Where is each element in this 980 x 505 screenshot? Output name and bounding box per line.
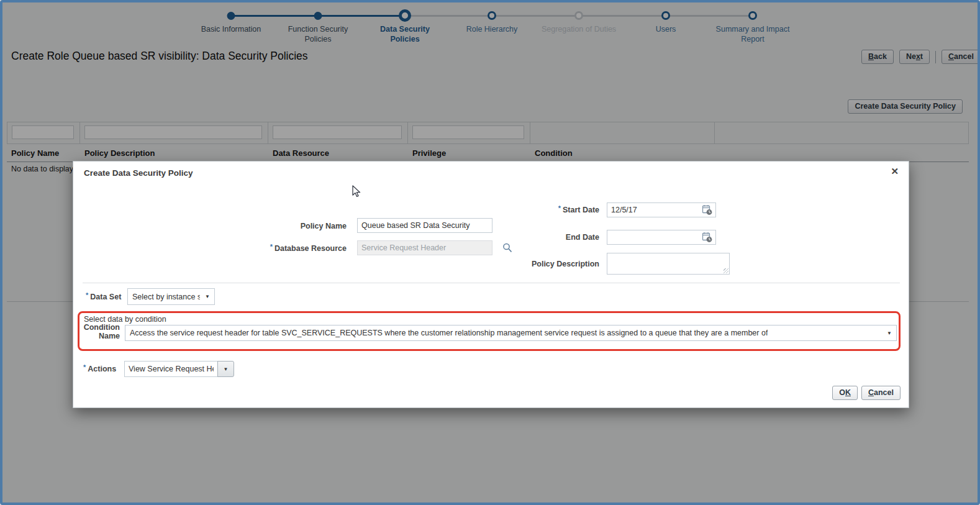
label-text: Start Date xyxy=(563,206,599,214)
required-icon: * xyxy=(86,291,88,299)
label-part: O xyxy=(839,388,845,397)
condition-name-select[interactable]: Access the service request header for ta… xyxy=(125,325,897,341)
label-text: Policy Description xyxy=(532,260,599,268)
label-text: Condition xyxy=(79,323,120,332)
label-text: Name xyxy=(79,332,120,340)
policy-description-textarea[interactable] xyxy=(607,253,730,275)
required-icon: * xyxy=(83,363,86,371)
end-date-label: End Date xyxy=(508,233,599,242)
start-date-input[interactable] xyxy=(607,202,716,217)
mouse-cursor-icon xyxy=(350,185,362,201)
ok-button[interactable]: OK xyxy=(832,386,858,400)
label-text: Actions xyxy=(88,365,116,373)
label-text: Data Set xyxy=(90,293,121,301)
dropdown-arrow-icon: ▼ xyxy=(882,330,892,336)
database-resource-input xyxy=(357,240,492,255)
policy-name-label: Policy Name xyxy=(222,222,347,230)
search-icon[interactable] xyxy=(502,242,513,255)
application-window: Basic Information Function Security Poli… xyxy=(0,0,980,505)
actions-label: *Actions xyxy=(83,365,122,373)
label-text: End Date xyxy=(566,233,599,242)
database-resource-label: *Database Resource xyxy=(197,244,347,253)
dropdown-arrow-icon: ▼ xyxy=(224,366,229,372)
label-text: Policy Name xyxy=(301,222,347,230)
actions-dropdown-button[interactable]: ▼ xyxy=(217,361,234,377)
data-set-select[interactable]: Select by instance set ▼ xyxy=(127,288,215,305)
required-icon: * xyxy=(558,204,561,212)
access-key: C xyxy=(868,388,874,397)
section-divider xyxy=(83,283,900,283)
start-date-label: *Start Date xyxy=(508,206,599,214)
dropdown-arrow-icon: ▼ xyxy=(200,294,210,299)
required-icon: * xyxy=(270,243,273,250)
dialog-cancel-button[interactable]: Cancel xyxy=(861,386,901,400)
date-time-picker-icon[interactable] xyxy=(702,204,713,217)
date-time-picker-icon[interactable] xyxy=(702,232,713,245)
create-data-security-policy-dialog: Create Data Security Policy ✕ Policy Nam… xyxy=(73,161,909,408)
selected-value: Access the service request header for ta… xyxy=(130,329,768,337)
condition-group-label: Select data by condition xyxy=(84,315,166,324)
data-set-label: *Data Set xyxy=(86,293,124,301)
dialog-buttons: OK Cancel xyxy=(832,386,901,400)
end-date-input[interactable] xyxy=(607,230,716,245)
policy-name-input[interactable] xyxy=(357,218,492,233)
actions-input[interactable] xyxy=(124,361,218,377)
label-text: Database Resource xyxy=(274,244,347,253)
policy-description-label: Policy Description xyxy=(483,260,599,268)
selected-value: Select by instance set xyxy=(132,293,200,301)
access-key: K xyxy=(845,388,851,397)
label-part: ancel xyxy=(874,388,894,397)
close-icon[interactable]: ✕ xyxy=(891,166,899,177)
dialog-title: Create Data Security Policy xyxy=(84,168,193,178)
resize-handle-icon[interactable] xyxy=(724,268,728,273)
condition-name-label: Condition Name xyxy=(79,323,120,341)
